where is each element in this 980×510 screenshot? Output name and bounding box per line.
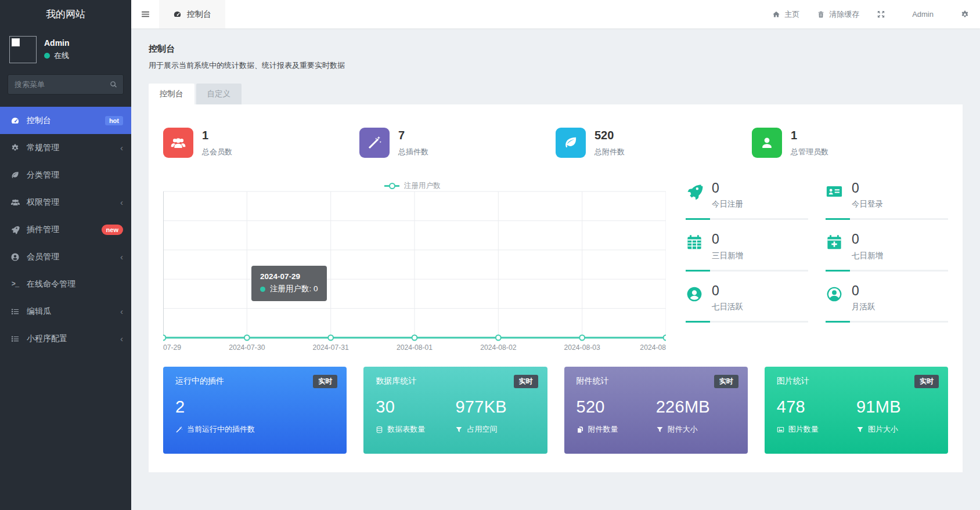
metric-label: 图片大小 (868, 424, 898, 435)
sidebar-item-editor[interactable]: 编辑瓜 ‹ (0, 298, 131, 325)
card-running-addons: 运行中的插件 实时 2 当前运行中的插件数 (163, 367, 347, 454)
sidebar-item-category[interactable]: 分类管理 (0, 161, 131, 189)
sidebar-item-label: 控制台 (27, 115, 51, 126)
card-database-stats: 数据库统计 实时 30 数据表数量 977KB 占用空间 (363, 367, 547, 454)
mini-stat-7day-new: 0 七日新增 (826, 232, 948, 271)
user-circle-icon (10, 252, 20, 262)
sidebar-toggle-button[interactable] (131, 0, 159, 28)
stat-total-members: 1 总会员数 (163, 128, 359, 158)
mini-value: 0 (712, 232, 743, 247)
user-icon (752, 128, 782, 158)
users-icon (10, 197, 20, 207)
legend-line-marker-icon (384, 185, 399, 187)
mini-stat-month-active: 0 月活跃 (826, 284, 948, 323)
realtime-badge: 实时 (914, 375, 939, 388)
rocket-icon (10, 225, 20, 234)
stat-total-attachments: 520 总附件数 (556, 128, 752, 158)
realtime-badge: 实时 (313, 375, 337, 388)
svg-text:2024-07-31: 2024-07-31 (313, 343, 349, 352)
card-title: 运行中的插件 (175, 376, 334, 386)
sidebar-item-label: 插件管理 (27, 225, 59, 235)
metric-label: 附件数量 (588, 424, 618, 435)
metric-value: 520 (577, 397, 656, 417)
mini-label: 月活跃 (852, 302, 875, 312)
topbar-tab-label: 控制台 (187, 9, 211, 20)
sidebar-item-member[interactable]: 会员管理 ‹ (0, 243, 131, 270)
svg-text:2024-08-03: 2024-08-03 (564, 343, 600, 352)
calendar-plus-icon (826, 234, 843, 251)
realtime-badge: 实时 (714, 375, 738, 388)
topbar: 控制台 主页 清除缓存 Admin (131, 0, 980, 28)
chart-legend[interactable]: 注册用户数 (384, 181, 441, 191)
clear-cache-button[interactable]: 清除缓存 (817, 9, 859, 20)
stat-label: 总插件数 (398, 147, 428, 157)
svg-text:2024-08-02: 2024-08-02 (480, 343, 516, 352)
sidebar: 我的网站 Admin 在线 控制台 hot 常规管理 ‹ 分类管理 (0, 0, 131, 510)
topbar-tab-dashboard[interactable]: 控制台 (159, 0, 225, 28)
sidebar-item-label: 小程序配置 (27, 334, 67, 344)
stat-total-addons: 7 总插件数 (359, 128, 556, 158)
page-title: 控制台 (149, 44, 963, 55)
mini-label: 今日注册 (712, 199, 743, 209)
sidebar-item-auth[interactable]: 权限管理 ‹ (0, 189, 131, 216)
mini-stat-today-register: 0 今日注册 (686, 181, 808, 220)
svg-text:2024-08-01: 2024-08-01 (397, 343, 433, 352)
card-image-stats: 图片统计 实时 478 图片数量 91MB 图片大小 (765, 367, 948, 454)
search-icon[interactable] (109, 80, 118, 89)
mini-value: 0 (712, 181, 743, 196)
new-badge: new (102, 225, 123, 235)
clear-cache-label: 清除缓存 (829, 9, 859, 20)
mini-label: 七日活跃 (712, 302, 743, 312)
user-circle-icon (686, 285, 703, 303)
metric-label: 图片数量 (788, 424, 819, 435)
mini-label: 今日登录 (852, 199, 883, 209)
topbar-username[interactable]: Admin (903, 10, 943, 19)
cards-row: 运行中的插件 实时 2 当前运行中的插件数 数据库统计 实时 (163, 367, 948, 454)
gauge-icon (173, 10, 182, 19)
settings-gear-icon[interactable] (960, 10, 970, 19)
stat-value: 1 (202, 129, 232, 142)
home-link[interactable]: 主页 (772, 9, 799, 20)
metric-label: 占用空间 (467, 424, 497, 435)
stat-label: 总管理员数 (791, 147, 828, 157)
chevron-left-icon: ‹ (120, 334, 123, 343)
metric-value: 226MB (656, 397, 736, 417)
calendar-icon (686, 234, 703, 251)
tab-dashboard[interactable]: 控制台 (149, 84, 194, 104)
sidebar-item-miniprogram[interactable]: 小程序配置 ‹ (0, 325, 131, 352)
mini-value: 0 (712, 284, 743, 298)
stat-value: 520 (595, 129, 625, 142)
sidebar-item-addon[interactable]: 插件管理 new (0, 216, 131, 243)
card-attachment-stats: 附件统计 实时 520 附件数量 226MB 附件大小 (564, 367, 748, 454)
svg-text:2024-07-30: 2024-07-30 (229, 343, 265, 352)
metric-label: 当前运行中的插件数 (187, 424, 255, 435)
mini-value: 0 (852, 232, 883, 247)
metric-value: 91MB (856, 397, 936, 417)
menu-search (8, 74, 124, 95)
card-title: 数据库统计 (376, 376, 535, 386)
card-title: 图片统计 (777, 376, 936, 386)
online-dot (44, 53, 50, 59)
mini-progress (826, 321, 948, 323)
stat-value: 1 (791, 129, 828, 142)
avatar[interactable] (9, 36, 37, 63)
user-ring-icon (826, 285, 843, 303)
tab-custom[interactable]: 自定义 (196, 84, 242, 104)
content-area: 控制台 用于展示当前系统中的统计数据、统计报表及重要实时数据 控制台 自定义 1… (131, 28, 980, 510)
mini-label: 七日新增 (852, 251, 883, 261)
user-status-label: 在线 (54, 50, 69, 61)
sidebar-item-label: 分类管理 (27, 170, 59, 180)
realtime-badge: 实时 (514, 375, 538, 388)
sidebar-item-dashboard[interactable]: 控制台 hot (0, 107, 131, 134)
search-input[interactable] (8, 74, 124, 95)
mini-value: 0 (852, 284, 875, 298)
sidebar-item-general[interactable]: 常规管理 ‹ (0, 134, 131, 161)
sidebar-item-command[interactable]: >_ 在线命令管理 (0, 270, 131, 298)
chart-section: 07-292024-07-302024-07-312024-08-012024-… (163, 181, 948, 355)
stat-label: 总会员数 (202, 147, 232, 157)
metric-label: 数据表数量 (387, 424, 425, 435)
metric-value: 977KB (455, 397, 535, 417)
leaf-icon (556, 128, 586, 158)
fullscreen-button[interactable] (877, 10, 885, 19)
mini-progress (686, 270, 808, 272)
